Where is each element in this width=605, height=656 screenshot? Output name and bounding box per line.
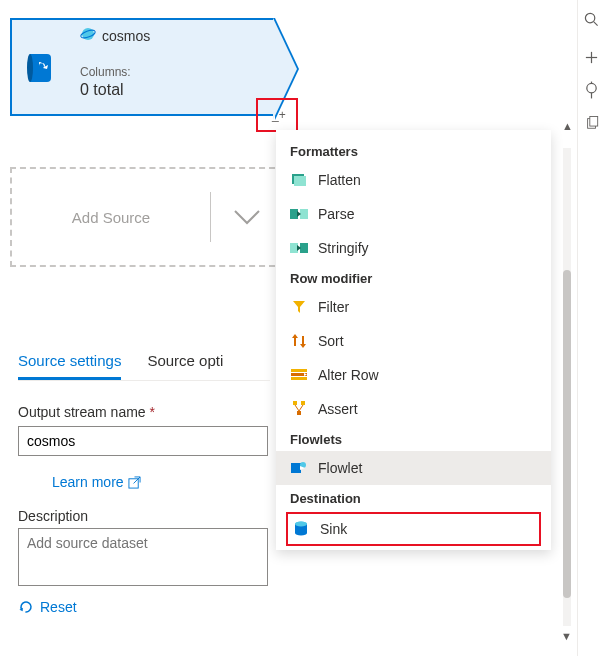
svg-point-5 (587, 83, 596, 92)
highlight-box-plus (256, 98, 298, 132)
menu-item-label: Stringify (318, 240, 369, 256)
menu-item-flatten[interactable]: Flatten (276, 163, 551, 197)
right-toolbar (577, 0, 605, 656)
search-icon[interactable] (578, 0, 605, 38)
sort-icon (290, 332, 308, 350)
svg-marker-23 (300, 344, 306, 348)
menu-section-flowlets: Flowlets (276, 426, 551, 451)
menu-item-stringify[interactable]: Stringify (276, 231, 551, 265)
menu-item-flowlet[interactable]: Flowlet (276, 451, 551, 485)
svg-rect-29 (301, 401, 305, 405)
svg-rect-33 (291, 463, 301, 473)
svg-rect-16 (290, 243, 298, 253)
menu-item-parse[interactable]: Parse (276, 197, 551, 231)
add-source-placeholder[interactable]: Add Source (10, 167, 285, 267)
svg-marker-40 (19, 608, 24, 613)
svg-rect-28 (293, 401, 297, 405)
alter-row-icon (290, 366, 308, 384)
menu-section-formatters: Formatters (276, 138, 551, 163)
menu-item-sink[interactable]: Sink (286, 512, 541, 546)
assert-icon (290, 400, 308, 418)
chevron-down-icon (231, 207, 263, 227)
menu-section-destination: Destination (276, 485, 551, 510)
svg-rect-12 (294, 176, 306, 186)
source-settings-form: Output stream name Learn more Descriptio… (18, 404, 268, 618)
svg-rect-7 (589, 116, 597, 126)
filter-icon (290, 298, 308, 316)
output-stream-label: Output stream name (18, 404, 268, 420)
menu-item-sort[interactable]: Sort (276, 324, 551, 358)
svg-rect-17 (300, 243, 308, 253)
menu-item-label: Sort (318, 333, 344, 349)
learn-more-label: Learn more (52, 474, 124, 490)
source-type-icon (12, 20, 70, 114)
svg-line-32 (299, 405, 303, 411)
parse-icon (290, 205, 308, 223)
menu-scrollbar-thumb[interactable] (563, 270, 571, 598)
menu-item-label: Alter Row (318, 367, 379, 383)
plus-icon[interactable] (578, 38, 605, 76)
svg-rect-13 (290, 209, 298, 219)
svg-rect-24 (291, 369, 307, 372)
copy-icon[interactable] (578, 104, 605, 142)
svg-rect-30 (297, 411, 301, 415)
svg-line-31 (295, 405, 299, 411)
menu-item-label: Flowlet (318, 460, 362, 476)
flowlet-icon (290, 459, 308, 477)
menu-item-assert[interactable]: Assert (276, 392, 551, 426)
svg-marker-19 (293, 301, 305, 313)
svg-line-1 (594, 21, 598, 25)
svg-point-8 (27, 54, 33, 82)
menu-item-alter-row[interactable]: Alter Row (276, 358, 551, 392)
reset-label: Reset (40, 599, 77, 615)
settings-tabs: Source settings Source opti (18, 352, 223, 380)
add-source-dropdown[interactable] (211, 207, 283, 227)
scroll-up-icon[interactable]: ▲ (562, 120, 573, 132)
menu-item-filter[interactable]: Filter (276, 290, 551, 324)
menu-item-label: Sink (320, 521, 347, 537)
source-service-name: cosmos (102, 28, 150, 44)
menu-item-label: Parse (318, 206, 355, 222)
reset-icon (15, 596, 37, 618)
svg-point-0 (585, 13, 594, 22)
add-source-label: Add Source (12, 209, 210, 226)
menu-item-label: Flatten (318, 172, 361, 188)
menu-item-label: Assert (318, 401, 358, 417)
sink-icon (292, 520, 310, 538)
reset-button[interactable]: Reset (18, 599, 77, 615)
cosmos-icon (80, 26, 96, 45)
columns-value: 0 total (80, 81, 273, 99)
output-stream-input[interactable] (18, 426, 268, 456)
flatten-icon (290, 171, 308, 189)
source-node-body: cosmos Columns: 0 total (70, 20, 273, 114)
svg-point-37 (295, 522, 307, 527)
svg-rect-26 (291, 377, 307, 380)
learn-more-link[interactable]: Learn more (52, 474, 141, 490)
external-link-icon (128, 476, 141, 489)
menu-section-rowmod: Row modifier (276, 265, 551, 290)
svg-rect-14 (300, 209, 308, 219)
stringify-icon (290, 239, 308, 257)
slider-handle-icon[interactable] (578, 76, 605, 104)
description-input[interactable] (18, 528, 268, 586)
svg-line-39 (133, 476, 140, 483)
transform-menu: Formatters Flatten Parse Stringify Row m… (276, 130, 551, 550)
tabs-divider (18, 380, 270, 381)
tab-source-options[interactable]: Source opti (147, 352, 223, 380)
menu-item-label: Filter (318, 299, 349, 315)
columns-label: Columns: (80, 65, 273, 79)
description-label: Description (18, 508, 268, 524)
source-node-cosmos[interactable]: cosmos Columns: 0 total (10, 18, 275, 116)
tab-source-settings[interactable]: Source settings (18, 352, 121, 380)
scroll-down-icon[interactable]: ▼ (561, 630, 572, 642)
svg-marker-21 (292, 334, 298, 338)
